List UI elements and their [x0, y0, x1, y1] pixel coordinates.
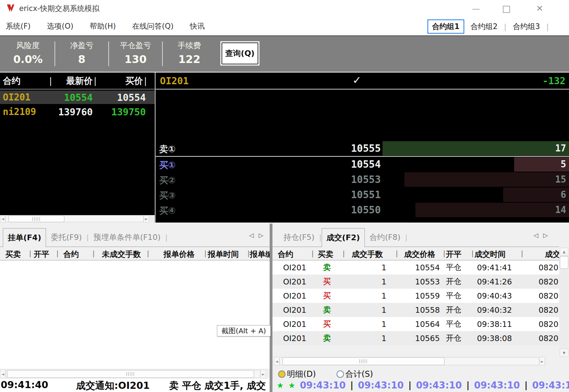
menu-item-1[interactable]: 系统(F)	[6, 21, 30, 31]
trade-contract: OI201	[272, 277, 311, 286]
orders-header: 买卖开平合约未成交手数报单价格报单时间报单编||||||	[0, 248, 270, 260]
stat-value: 130	[109, 53, 162, 65]
star-icon: ★	[277, 381, 284, 390]
trades-header: 合约买卖成交手数成交价格开平成交时间成交||||||	[272, 248, 559, 260]
trade-row[interactable]: OI201卖110554平仓09:41:410820	[272, 260, 559, 275]
depth-level-3[interactable]: 买②1055315	[156, 172, 569, 187]
column-separator: |	[147, 249, 149, 258]
tab-separator: |	[165, 233, 168, 242]
trade-offset: 开仓	[443, 276, 471, 287]
menu-bar: 系统(F)选项(O)帮助(H)在线问答(Q)快讯 合约组1合约组2|合约组3|	[0, 17, 569, 35]
trades-tabbar: 持仓(F5)|成交(F2)合约(F8)|	[272, 228, 559, 247]
trade-row[interactable]: OI201卖110565开仓09:38:080820	[272, 331, 559, 345]
maximize-button[interactable]: □	[495, 0, 518, 17]
bid-price: 10554	[93, 92, 146, 103]
watchlist-header-1: 合约	[0, 75, 48, 87]
scroll-left-icon[interactable]: ◄	[274, 357, 280, 365]
last-price: 139760	[51, 106, 93, 117]
tab-separator: |	[86, 233, 89, 242]
menu-item-5[interactable]: 快讯	[190, 21, 205, 31]
contract-group-tab-3[interactable]: 合约组3	[510, 19, 543, 34]
column-separator: |	[396, 249, 398, 258]
bid-price: 139750	[93, 106, 146, 117]
column-separator: |	[311, 249, 314, 258]
depth-levels: 卖①1055517买①105545买②1055315买③105516买④1055…	[156, 141, 569, 218]
trade-offset: 开仓	[443, 305, 471, 315]
scroll-up-icon[interactable]: ▲	[560, 248, 568, 255]
trades-tab-3[interactable]: 合约(F8)	[365, 228, 405, 247]
depth-level-label: 买④	[159, 205, 176, 217]
close-button[interactable]: ✕	[528, 0, 551, 17]
trades-tab-2[interactable]: 成交(F2)	[322, 228, 365, 247]
orders-scrollbar[interactable]: ◄ ►	[0, 369, 266, 379]
column-separator: |	[343, 249, 345, 258]
trade-row[interactable]: OI201买110559平仓09:40:430820	[272, 289, 559, 303]
trades-pager: ◁ ▷	[534, 232, 548, 239]
pager-right-icon[interactable]: ▷	[543, 232, 548, 239]
time-separator: |	[350, 380, 354, 390]
trade-side: 卖	[311, 333, 343, 344]
scroll-down-icon[interactable]: ▼	[560, 349, 568, 357]
contract-group-tab-2[interactable]: 合约组2	[467, 19, 501, 34]
scroll-left-icon[interactable]: ◄	[0, 370, 6, 378]
watchlist-row[interactable]: OI2011055410554	[0, 91, 155, 104]
scrollbar-thumb[interactable]	[7, 370, 254, 378]
stat-value: 122	[163, 53, 216, 65]
trades-vertical-scrollbar[interactable]: ▲ ▼	[559, 248, 569, 357]
trade-row[interactable]: OI201买110553开仓09:41:260820	[272, 275, 559, 289]
pager-left-icon[interactable]: ◁	[249, 232, 254, 239]
depth-level-5[interactable]: 买④1055014	[156, 202, 569, 218]
depth-price: 10550	[297, 204, 381, 216]
time-separator: |	[524, 380, 528, 390]
trades-header-3: 成交手数	[352, 249, 383, 260]
minimize-button[interactable]: —	[464, 0, 488, 17]
scroll-right-icon[interactable]: ►	[539, 357, 545, 365]
orders-tab-2[interactable]: 委托(F9)	[46, 228, 86, 247]
pager-left-icon[interactable]: ◁	[534, 232, 538, 239]
pager-right-icon[interactable]: ▷	[259, 232, 263, 239]
trades-header-4: 成交价格	[404, 249, 435, 260]
orders-tab-1[interactable]: 挂单(F4)	[3, 228, 46, 247]
scroll-right-icon[interactable]: ►	[144, 215, 149, 223]
orders-tab-3[interactable]: 预埋单条件单(F10)	[89, 228, 165, 247]
menu-item-4[interactable]: 在线问答(Q)	[132, 21, 174, 31]
scrollbar-thumb[interactable]	[560, 256, 568, 269]
watchlist-header-3: 买价	[98, 75, 143, 87]
trades-horizontal-scrollbar[interactable]: ◄ ►	[274, 357, 546, 366]
trade-row[interactable]: OI201卖110558开仓09:40:320820	[272, 303, 559, 317]
orders-header-6: 报单时间	[208, 249, 239, 260]
trades-tab-1[interactable]: 持仓(F5)	[279, 228, 319, 247]
trade-offset: 平仓	[443, 319, 471, 329]
stat-label: 平仓盈亏	[109, 40, 162, 51]
menu-item-2[interactable]: 选项(O)	[47, 21, 73, 31]
trade-side: 卖	[311, 262, 343, 273]
depth-level-4[interactable]: 买③105516	[156, 187, 569, 202]
trade-price: 10559	[396, 292, 443, 300]
contract-group-tab-1[interactable]: 合约组1	[427, 19, 464, 34]
scroll-right-icon[interactable]: ►	[260, 370, 266, 378]
trade-code: 0820	[518, 334, 559, 343]
trades-header-7: 成交	[545, 249, 559, 260]
scrollbar-thumb[interactable]	[8, 215, 64, 222]
depth-level-2[interactable]: 买①105545	[156, 157, 569, 172]
radio-option-2[interactable]: 合计(S)	[337, 369, 373, 380]
scroll-left-icon[interactable]: ◄	[0, 215, 5, 223]
column-separator: |	[92, 249, 95, 258]
radio-option-1[interactable]: 明细(D)	[278, 369, 316, 380]
tab-separator: |	[319, 233, 322, 242]
orders-header-4: 未成交手数	[102, 249, 141, 260]
menu-item-3[interactable]: 帮助(H)	[90, 21, 116, 31]
stat-3: 平仓盈亏130	[109, 36, 162, 72]
watchlist-scrollbar[interactable]: ◄ ►	[0, 215, 155, 223]
position-pnl: -132	[542, 75, 565, 86]
panel-splitter[interactable]	[270, 224, 272, 392]
window-title: ericx-快期交易系统模拟	[19, 4, 99, 13]
depth-level-1[interactable]: 卖①1055517	[156, 141, 569, 157]
scrollbar-thumb[interactable]	[282, 357, 444, 365]
query-button[interactable]: 查询(Q)	[220, 41, 260, 66]
trade-row[interactable]: OI201买110564平仓09:38:110820	[272, 317, 559, 331]
orders-header-2: 开平	[34, 249, 49, 260]
tab-separator: |	[405, 233, 408, 242]
watchlist-row[interactable]: ni2109139760139750	[0, 105, 155, 119]
depth-price: 10554	[297, 158, 381, 170]
